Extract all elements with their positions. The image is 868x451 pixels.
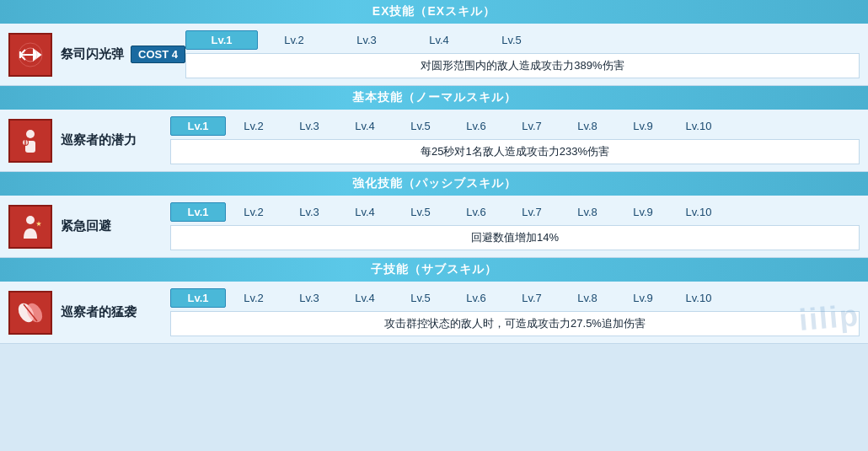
level-btn-4-assault[interactable]: Lv.4 [337, 288, 393, 308]
level-btn-9-scout[interactable]: Lv.9 [615, 116, 671, 136]
skill-name-assault: 巡察者的猛袭 [61, 304, 137, 320]
level-btn-4-scout[interactable]: Lv.4 [337, 116, 393, 136]
section-title-normal: 基本技能（ノーマルスキル） [352, 90, 517, 104]
level-btn-3-dodge[interactable]: Lv.3 [281, 202, 337, 222]
level-btn-8-dodge[interactable]: Lv.8 [560, 202, 615, 222]
desc-scout: 每25秒对1名敌人造成攻击力233%伤害 [170, 139, 860, 164]
level-btn-5-missile[interactable]: Lv.5 [475, 30, 548, 50]
skill-name-scout: 巡察者的潜力 [61, 132, 137, 148]
level-btn-6-dodge[interactable]: Lv.6 [448, 202, 504, 222]
level-btn-10-assault[interactable]: Lv.10 [671, 288, 726, 308]
levels-row-assault: Lv.1 Lv.2 Lv.3 Lv.4 Lv.5 Lv.6 Lv.7 Lv.8 … [170, 288, 860, 308]
svg-marker-13 [36, 221, 41, 227]
skill-row-scout: 巡察者的潜力 Lv.1 Lv.2 Lv.3 Lv.4 Lv.5 Lv.6 Lv.… [0, 110, 868, 172]
missile-icon [15, 40, 46, 70]
skill-row-missile: 祭司闪光弹 COST 4 Lv.1 Lv.2 Lv.3 Lv.4 Lv.5 对圆… [0, 24, 868, 86]
svg-point-12 [26, 216, 35, 224]
skill-name-area-scout: 巡察者的潜力 [61, 132, 170, 148]
level-btn-8-assault[interactable]: Lv.8 [560, 288, 615, 308]
desc-assault: 攻击群控状态的敌人时，可造成攻击力27.5%追加伤害 [170, 311, 860, 336]
level-btn-5-dodge[interactable]: Lv.5 [393, 202, 448, 222]
level-btn-5-scout[interactable]: Lv.5 [393, 116, 448, 136]
skill-icon-dodge [8, 205, 52, 249]
section-title-sub: 子技能（サブスキル） [371, 262, 497, 276]
level-btn-2-scout[interactable]: Lv.2 [226, 116, 281, 136]
skill-row-assault: 巡察者的猛袭 Lv.1 Lv.2 Lv.3 Lv.4 Lv.5 Lv.6 Lv.… [0, 282, 868, 344]
skill-icon-scout [8, 119, 52, 163]
section-header-passive: 強化技能（パッシブスキル） [0, 172, 868, 196]
skill-levels-missile: Lv.1 Lv.2 Lv.3 Lv.4 Lv.5 对圆形范围内的敌人造成攻击力3… [185, 30, 860, 78]
desc-missile: 对圆形范围内的敌人造成攻击力389%伤害 [185, 53, 860, 78]
skill-name-area-assault: 巡察者的猛袭 [61, 304, 170, 320]
section-title-passive: 強化技能（パッシブスキル） [352, 176, 517, 190]
level-btn-4-dodge[interactable]: Lv.4 [337, 202, 393, 222]
level-btn-10-dodge[interactable]: Lv.10 [671, 202, 726, 222]
level-btn-10-scout[interactable]: Lv.10 [671, 116, 726, 136]
level-btn-8-scout[interactable]: Lv.8 [560, 116, 615, 136]
level-btn-7-scout[interactable]: Lv.7 [504, 116, 560, 136]
section-header-sub: 子技能（サブスキル） [0, 258, 868, 282]
level-btn-2-assault[interactable]: Lv.2 [226, 288, 281, 308]
levels-row-dodge: Lv.1 Lv.2 Lv.3 Lv.4 Lv.5 Lv.6 Lv.7 Lv.8 … [170, 202, 860, 222]
level-btn-2-missile[interactable]: Lv.2 [258, 30, 330, 50]
section-header-ex: EX技能（EXスキル） [0, 0, 868, 24]
skill-name-area-dodge: 紧急回避 [61, 218, 170, 234]
level-btn-6-assault[interactable]: Lv.6 [448, 288, 504, 308]
section-title-ex: EX技能（EXスキル） [372, 4, 496, 18]
assault-icon [15, 298, 46, 328]
level-btn-4-missile[interactable]: Lv.4 [403, 30, 475, 50]
level-btn-1-missile[interactable]: Lv.1 [185, 30, 258, 50]
level-btn-3-missile[interactable]: Lv.3 [330, 30, 403, 50]
level-btn-6-scout[interactable]: Lv.6 [448, 116, 504, 136]
level-btn-9-dodge[interactable]: Lv.9 [615, 202, 671, 222]
levels-row-scout: Lv.1 Lv.2 Lv.3 Lv.4 Lv.5 Lv.6 Lv.7 Lv.8 … [170, 116, 860, 136]
cost-badge-missile: COST 4 [131, 46, 185, 63]
section-passive-skill: 強化技能（パッシブスキル） 紧急回避 Lv.1 Lv. [0, 172, 868, 258]
section-sub-skill: 子技能（サブスキル） 巡察者的猛袭 Lv.1 Lv.2 Lv.3 [0, 258, 868, 344]
level-btn-7-assault[interactable]: Lv.7 [504, 288, 560, 308]
level-btn-7-dodge[interactable]: Lv.7 [504, 202, 560, 222]
skill-icon-missile [8, 33, 52, 77]
scout-icon [15, 126, 46, 156]
desc-dodge: 回避数值增加14% [170, 225, 860, 250]
skill-name-dodge: 紧急回避 [61, 218, 111, 234]
level-btn-1-assault[interactable]: Lv.1 [170, 288, 226, 308]
skill-icon-assault [8, 291, 52, 335]
levels-row-missile: Lv.1 Lv.2 Lv.3 Lv.4 Lv.5 [185, 30, 860, 50]
skill-row-dodge: 紧急回避 Lv.1 Lv.2 Lv.3 Lv.4 Lv.5 Lv.6 Lv.7 … [0, 196, 868, 258]
skill-levels-dodge: Lv.1 Lv.2 Lv.3 Lv.4 Lv.5 Lv.6 Lv.7 Lv.8 … [170, 202, 860, 250]
level-btn-3-scout[interactable]: Lv.3 [281, 116, 337, 136]
skill-levels-scout: Lv.1 Lv.2 Lv.3 Lv.4 Lv.5 Lv.6 Lv.7 Lv.8 … [170, 116, 860, 164]
dodge-icon [15, 212, 46, 242]
skill-name-area-missile: 祭司闪光弹 COST 4 [61, 46, 185, 63]
section-normal-skill: 基本技能（ノーマルスキル） 巡察者的潜力 Lv.1 Lv.2 [0, 86, 868, 172]
level-btn-2-dodge[interactable]: Lv.2 [226, 202, 281, 222]
section-ex-skill: EX技能（EXスキル） [0, 0, 868, 86]
level-btn-1-scout[interactable]: Lv.1 [170, 116, 226, 136]
skill-levels-assault: Lv.1 Lv.2 Lv.3 Lv.4 Lv.5 Lv.6 Lv.7 Lv.8 … [170, 288, 860, 336]
level-btn-5-assault[interactable]: Lv.5 [393, 288, 448, 308]
section-header-normal: 基本技能（ノーマルスキル） [0, 86, 868, 110]
level-btn-1-dodge[interactable]: Lv.1 [170, 202, 226, 222]
page-container: EX技能（EXスキル） [0, 0, 868, 344]
skill-name-missile: 祭司闪光弹 [61, 46, 124, 62]
level-btn-3-assault[interactable]: Lv.3 [281, 288, 337, 308]
svg-point-7 [26, 130, 35, 138]
level-btn-9-assault[interactable]: Lv.9 [615, 288, 671, 308]
